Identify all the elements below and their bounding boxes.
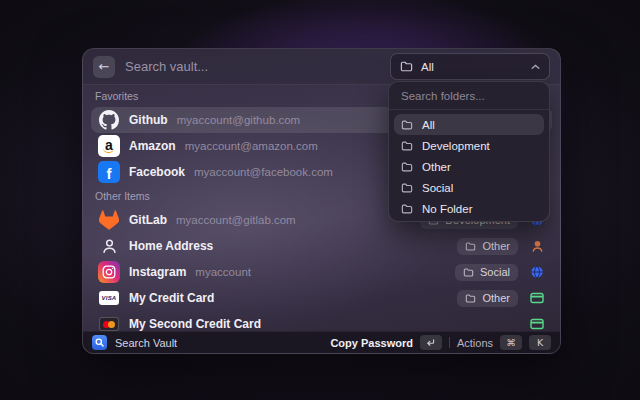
desktop-background: ← Search vault... All Favorites Github (0, 0, 640, 400)
actions-menu-button[interactable]: Actions (457, 337, 493, 349)
status-app-label: Search Vault (115, 337, 177, 349)
arrow-left-icon: ← (99, 60, 110, 73)
status-bar: Search Vault Copy Password Actions ⌘ K (83, 331, 560, 353)
folder-icon (401, 141, 413, 151)
mastercard-icon (98, 313, 120, 331)
folder-option-label: Other (422, 161, 451, 173)
item-title: Facebook (129, 165, 185, 179)
item-title: My Credit Card (129, 291, 214, 305)
vault-item-my-credit-card[interactable]: VISA My Credit Card Other (91, 285, 552, 311)
item-title: Github (129, 113, 168, 127)
search-bar: ← Search vault... All (83, 49, 560, 85)
folder-option-label: Development (422, 140, 490, 152)
item-subtitle: myaccount@facebook.com (194, 166, 333, 178)
item-subtitle: myaccount@github.com (177, 114, 301, 126)
folder-icon (465, 242, 476, 251)
facebook-icon: f (98, 161, 120, 183)
credit-card-icon (529, 290, 545, 306)
item-subtitle: myaccount@amazon.com (185, 140, 318, 152)
vault-item-home-address[interactable]: Home Address Other (91, 233, 552, 259)
k-key: K (529, 335, 551, 350)
folder-option-label: All (422, 119, 435, 131)
instagram-icon (98, 261, 120, 283)
item-subtitle: myaccount (195, 266, 251, 278)
vault-search-window: ← Search vault... All Favorites Github (82, 48, 561, 354)
folder-badge: Other (457, 290, 518, 307)
folder-filter-dropdown-button[interactable]: All (390, 53, 550, 80)
folder-icon (401, 120, 413, 130)
item-title: Home Address (129, 239, 213, 253)
item-title: Instagram (129, 265, 186, 279)
folder-option-social[interactable]: Social (394, 177, 544, 198)
folder-option-label: Social (422, 182, 453, 194)
visa-card-icon: VISA (98, 287, 120, 309)
back-button[interactable]: ← (93, 56, 115, 78)
vault-item-instagram[interactable]: Instagram myaccount Social (91, 259, 552, 285)
amazon-icon: a (98, 135, 120, 157)
folder-badge: Other (457, 238, 518, 255)
folder-icon (400, 61, 413, 72)
search-app-icon (92, 335, 107, 350)
person-icon (529, 238, 545, 254)
gitlab-icon (98, 209, 120, 231)
folder-icon (463, 268, 474, 277)
item-title: Amazon (129, 139, 176, 153)
chevron-up-icon (531, 64, 540, 70)
command-key: ⌘ (500, 335, 522, 350)
folder-badge: Social (455, 264, 518, 281)
search-input[interactable]: Search vault... (125, 59, 208, 74)
folder-badge-label: Social (480, 266, 510, 278)
copy-password-action[interactable]: Copy Password (330, 337, 413, 349)
folder-search-input[interactable]: Search folders... (389, 82, 549, 110)
folder-option-label: No Folder (422, 203, 473, 215)
item-subtitle: myaccount@gitlab.com (176, 214, 296, 226)
folder-icon (465, 294, 476, 303)
credit-card-icon (529, 316, 545, 331)
divider (449, 337, 450, 348)
github-icon (98, 109, 120, 131)
folder-option-other[interactable]: Other (394, 156, 544, 177)
folder-badge-label: Other (482, 240, 510, 252)
folder-icon (401, 183, 413, 193)
person-icon (98, 235, 120, 257)
folder-option-development[interactable]: Development (394, 135, 544, 156)
item-title: GitLab (129, 213, 167, 227)
folder-icon (401, 162, 413, 172)
folder-icon (401, 204, 413, 214)
vault-item-my-second-credit-card[interactable]: My Second Credit Card (91, 311, 552, 331)
folder-badge-label: Other (482, 292, 510, 304)
folder-option-no-folder[interactable]: No Folder (394, 198, 544, 219)
return-key-icon (420, 335, 442, 350)
item-title: My Second Credit Card (129, 317, 261, 331)
folder-option-all[interactable]: All (394, 114, 544, 135)
folder-option-list: All Development Other (389, 110, 549, 222)
globe-icon (529, 264, 545, 280)
folder-dropdown-panel: Search folders... All Development (388, 81, 550, 222)
folder-filter-value: All (421, 61, 434, 73)
